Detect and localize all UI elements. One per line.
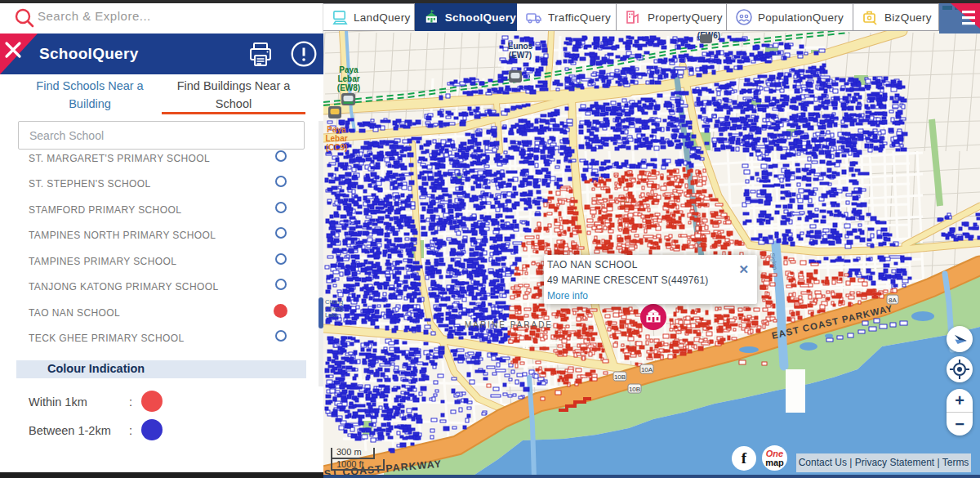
svg-text:(EW8): (EW8) (337, 83, 360, 92)
svg-text:Eunos: Eunos (508, 42, 533, 51)
svg-text:Paya: Paya (327, 125, 346, 134)
svg-text:(CC9): (CC9) (326, 143, 348, 152)
svg-text:Lebar: Lebar (337, 74, 359, 83)
svg-text:10B: 10B (629, 386, 640, 393)
svg-text:(EW7): (EW7) (509, 51, 532, 60)
svg-text:Lebar: Lebar (325, 134, 347, 143)
svg-text:Paya: Paya (339, 65, 359, 74)
svg-text:10B: 10B (614, 373, 626, 381)
svg-text:8A: 8A (889, 297, 897, 304)
svg-text:Lake: Lake (325, 311, 338, 319)
svg-text:10A: 10A (641, 366, 653, 373)
svg-text:MARINE PARADE: MARINE PARADE (465, 320, 553, 329)
